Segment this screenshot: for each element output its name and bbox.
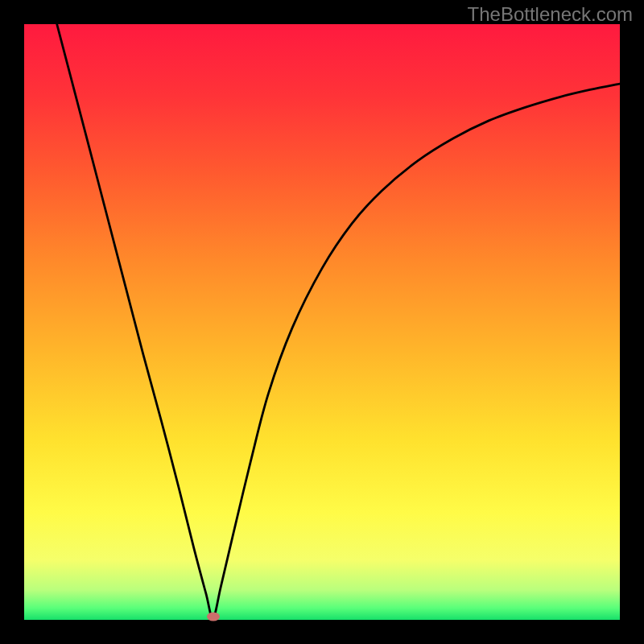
chart-frame: TheBottleneck.com: [0, 0, 644, 644]
watermark-text: TheBottleneck.com: [468, 3, 633, 26]
plot-background: [24, 24, 620, 620]
minimum-marker: [207, 613, 220, 621]
chart-canvas: [24, 24, 620, 620]
